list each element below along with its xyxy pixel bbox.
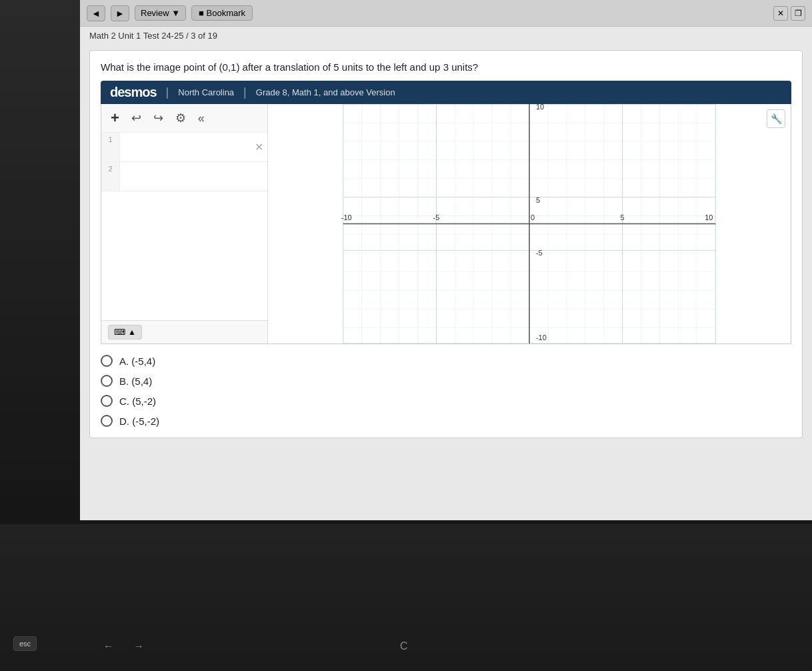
answer-choice-D[interactable]: D. (-5,-2)	[101, 415, 791, 427]
graph-settings-button[interactable]: 🔧	[767, 109, 785, 128]
answer-label-D: D. (-5,-2)	[119, 416, 159, 427]
key-esc: esc	[13, 636, 37, 651]
radio-B[interactable]	[101, 375, 113, 387]
svg-text:10: 10	[536, 104, 544, 111]
laptop-keyboard: esc ← → C	[0, 524, 812, 671]
graph-svg: -10 -5 0 5 10 10 5 -5 -10	[268, 104, 791, 344]
desmos-header: desmos | North Carolina | Grade 8, Math …	[101, 81, 791, 104]
svg-text:-10: -10	[536, 333, 547, 342]
answer-choice-B[interactable]: B. (5,4)	[101, 375, 791, 387]
svg-text:10: 10	[705, 214, 713, 222]
expression-input-1[interactable]	[120, 133, 251, 161]
radio-C[interactable]	[101, 395, 113, 407]
content-card: What is the image point of (0,1) after a…	[89, 50, 803, 438]
graph-area[interactable]: -10 -5 0 5 10 10 5 -5 -10 🔧	[268, 104, 791, 344]
expression-row-2: 2	[101, 162, 267, 191]
keyboard-bar: ⌨ ▲	[101, 320, 267, 344]
expr-number-2: 2	[101, 162, 120, 191]
nav-forward-button[interactable]: ►	[111, 5, 129, 21]
svg-text:-5: -5	[433, 214, 440, 222]
answer-label-C: C. (5,-2)	[119, 396, 156, 407]
top-toolbar: ◄ ► Review ▼ ■ Bookmark ✕ ❐	[80, 0, 812, 27]
redo-button[interactable]: ↪	[151, 109, 166, 127]
keyboard-arrow: ▲	[128, 327, 136, 337]
radio-A[interactable]	[101, 355, 113, 367]
expression-rows: 1 ✕ 2	[101, 133, 267, 320]
close-button[interactable]: ✕	[773, 6, 788, 21]
expression-row-1: 1 ✕	[101, 133, 267, 162]
expr-number-1: 1	[101, 133, 120, 161]
desmos-version: Grade 8, Math 1, and above Version	[256, 87, 395, 97]
expr-toolbar: + ↩ ↪ ⚙ «	[101, 104, 267, 133]
radio-D[interactable]	[101, 415, 113, 427]
desmos-calculator: + ↩ ↪ ⚙ « 1 ✕	[101, 104, 791, 344]
key-left-arrow: ←	[103, 640, 114, 652]
bookmark-button[interactable]: ■ Bookmark	[191, 5, 253, 21]
restore-button[interactable]: ❐	[791, 6, 805, 21]
desmos-logo: desmos	[110, 85, 157, 100]
keyboard-icon: ⌨	[114, 327, 125, 337]
key-c: C	[400, 640, 408, 652]
answer-label-B: B. (5,4)	[119, 376, 152, 387]
svg-text:5: 5	[536, 196, 540, 204]
key-right-arrow: →	[133, 640, 144, 652]
desmos-divider2: |	[243, 85, 247, 99]
question-text: What is the image point of (0,1) after a…	[101, 61, 791, 73]
settings-button[interactable]: ⚙	[173, 109, 189, 127]
answer-choices: A. (-5,4) B. (5,4) C. (5,-2) D. (-5,-2)	[101, 355, 791, 427]
desmos-divider: |	[166, 85, 169, 99]
screen-area: ◄ ► Review ▼ ■ Bookmark ✕ ❐ Math 2 Unit …	[80, 0, 812, 520]
undo-button[interactable]: ↩	[129, 109, 144, 127]
collapse-button[interactable]: «	[195, 110, 207, 127]
desmos-region: North Carolina	[178, 87, 234, 97]
breadcrumb: Math 2 Unit 1 Test 24-25 / 3 of 19	[80, 27, 812, 45]
answer-label-A: A. (-5,4)	[119, 356, 155, 367]
answer-choice-A[interactable]: A. (-5,4)	[101, 355, 791, 367]
svg-text:5: 5	[621, 214, 625, 222]
keyboard-toggle-button[interactable]: ⌨ ▲	[108, 325, 142, 340]
svg-text:-5: -5	[536, 249, 543, 257]
expression-panel: + ↩ ↪ ⚙ « 1 ✕	[101, 104, 268, 344]
svg-text:0: 0	[531, 214, 535, 222]
nav-back-button[interactable]: ◄	[87, 5, 105, 21]
expression-close-1[interactable]: ✕	[251, 133, 267, 161]
review-button[interactable]: Review ▼	[135, 5, 186, 21]
svg-text:-10: -10	[341, 214, 352, 222]
expression-input-2[interactable]	[120, 162, 267, 191]
add-expression-button[interactable]: +	[108, 108, 122, 128]
answer-choice-C[interactable]: C. (5,-2)	[101, 395, 791, 407]
